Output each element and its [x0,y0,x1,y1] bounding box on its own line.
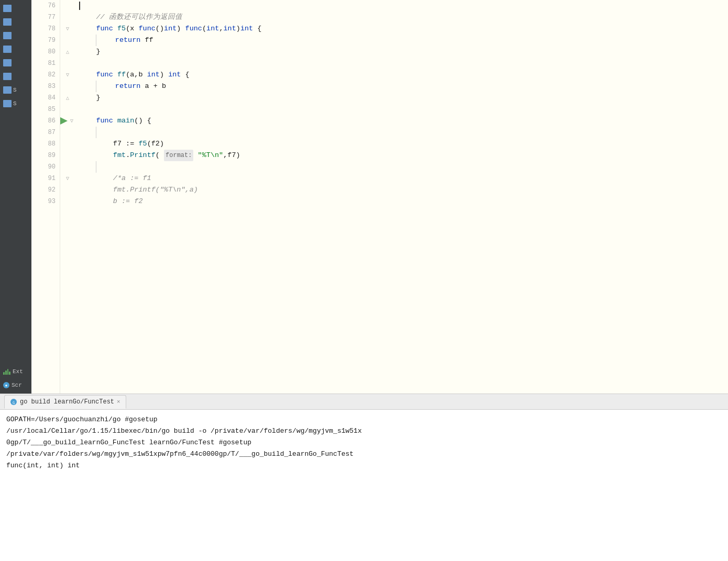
indent-guide-90 [96,161,98,173]
extensions-item[interactable]: Ext [0,365,31,378]
folder-icon-5 [3,59,12,66]
code-line-78: func f5(x func()int) func(int,int)int { [79,23,728,35]
sidebar: S S Ext ● Scr [0,0,31,394]
fold-icon-82[interactable]: ▽ [64,72,71,78]
gutter-88 [60,138,75,150]
fn-ff: ff [117,69,126,81]
fn-printf: Printf [130,150,156,161]
code-line-90 [79,161,728,173]
bottom-tab-build[interactable]: G go build learnGo/FuncTest × [4,395,126,409]
code-content[interactable]: // 函数还可以作为返回值 func f5(x func()int) func(… [75,0,728,394]
gutter-90 [60,161,75,173]
cursor-bar [79,2,80,10]
code-line-76 [79,0,728,12]
sidebar-item-1[interactable] [0,2,31,15]
svg-text:G: G [13,400,15,405]
folder-icon-s1 [3,86,12,94]
scratch-item[interactable]: ● Scr [0,379,31,391]
console-line-2: /usr/local/Cellar/go/1.15/libexec/bin/go… [6,425,722,437]
code-line-87 [79,127,728,138]
line-num-78: 78 [31,23,60,35]
tab-close-button[interactable]: × [117,399,120,405]
line-num-76: 76 [31,0,60,12]
code-line-93: b := f2 [79,196,728,207]
sidebar-item-2[interactable] [0,16,31,28]
kw-return-83: return [115,81,141,92]
comment-77: // 函数还可以作为返回值 [79,12,182,23]
code-line-86: func main() { [79,115,728,127]
line-num-77: 77 [31,12,60,23]
extensions-icon [3,369,10,375]
line-num-81: 81 [31,58,60,69]
sidebar-item-s1[interactable]: S [0,84,31,96]
fn-call-f5: f5 [138,138,147,150]
console-content: GOPATH=/Users/guochuanzhi/go #gosetup /u… [0,410,728,561]
kw-func-86: func [96,115,113,127]
line-num-80: 80 [31,46,60,58]
line-num-79: 79 [31,35,60,46]
fold-icon-84[interactable]: △ [64,95,71,101]
gutter-77 [60,12,75,23]
fold-icon-78[interactable]: ▽ [64,26,71,32]
fold-icon-86[interactable]: ▽ [69,118,75,124]
line-num-83: 83 [31,81,60,92]
main-container: S S Ext ● Scr [0,0,728,561]
gutter-83 [60,81,75,92]
sidebar-item-6[interactable] [0,70,31,83]
folder-icon-3 [3,32,12,39]
code-line-81 [79,58,728,69]
line-num-91: 91 [31,173,60,184]
code-line-79: return ff [79,35,728,46]
str-format: "%T\n" [198,150,224,161]
fn-main: main [117,115,134,127]
console-line-5: func(int, int) int [6,460,722,472]
folder-icon-4 [3,46,12,53]
sidebar-label-s1: S [13,87,17,93]
line-num-84: 84 [31,92,60,104]
gutter-84[interactable]: △ [60,92,75,104]
code-line-82: func ff(a,b int) int { [79,69,728,81]
gutter-93 [60,196,75,207]
scratch-label: Scr [12,382,22,388]
gutter-80[interactable]: △ [60,46,75,58]
gutter-92 [60,184,75,196]
gutter-82[interactable]: ▽ [60,69,75,81]
sidebar-label-s2: S [13,100,17,107]
line-num-85: 85 [31,104,60,115]
code-line-83: return a + b [79,81,728,92]
gutter-86[interactable]: ▽ [60,115,75,127]
sidebar-item-s2[interactable]: S [0,97,31,110]
console-line-3: 0gp/T/___go_build_learnGo_FuncTest learn… [6,437,722,448]
code-line-85 [79,104,728,115]
run-icon-86[interactable] [60,117,68,125]
line-num-88: 88 [31,138,60,150]
gutter-76 [60,0,75,12]
kw-func-78: func [96,23,113,35]
block-comment-93: b := f2 [113,196,143,207]
code-line-88: f7 := f5(f2) [79,138,728,150]
line-num-82: 82 [31,69,60,81]
gutter-91[interactable]: ▽ [60,173,75,184]
bottom-panel: G go build learnGo/FuncTest × GOPATH=/Us… [0,394,728,561]
bottom-tabs: G go build learnGo/FuncTest × [0,394,728,410]
sidebar-item-4[interactable] [0,43,31,55]
code-line-92: fmt.Printf("%T\n",a) [79,184,728,196]
gutter: ▽ △ ▽ △ ▽ [60,0,75,394]
fn-f5: f5 [117,23,126,35]
fold-icon-80[interactable]: △ [64,49,71,55]
fn-fmt: fmt [113,150,126,161]
folder-icon-s2 [3,100,12,107]
indent-guide-87 [96,127,98,138]
block-comment-92: fmt.Printf("%T\n",a) [113,184,198,196]
fold-icon-91[interactable]: ▽ [64,175,71,182]
gutter-78[interactable]: ▽ [60,23,75,35]
line-num-92: 92 [31,184,60,196]
folder-icon-1 [3,5,12,12]
code-line-91: /*a := f1 [79,173,728,184]
sidebar-item-3[interactable] [0,29,31,42]
sidebar-item-5[interactable] [0,57,31,69]
console-line-1: GOPATH=/Users/guochuanzhi/go #gosetup [6,414,722,425]
kw-return-79: return [115,35,141,46]
gutter-85 [60,104,75,115]
line-num-90: 90 [31,161,60,173]
